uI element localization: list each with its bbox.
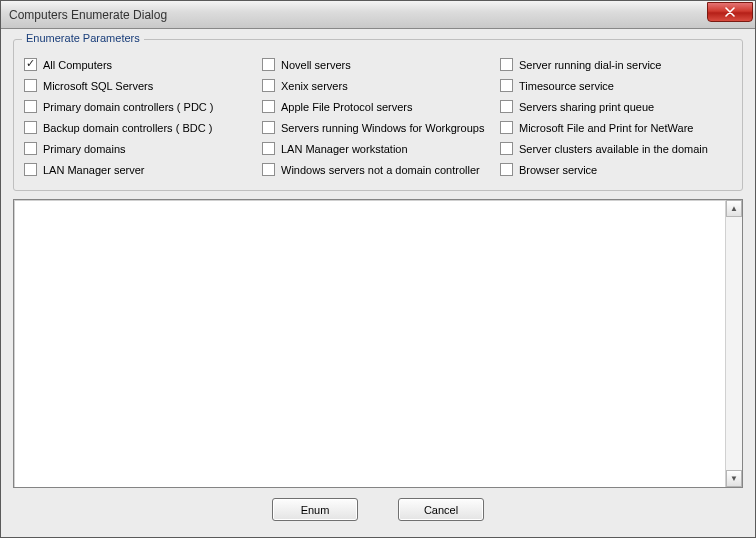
- checkbox-label: LAN Manager server: [43, 164, 145, 176]
- checkbox-server-clusters[interactable]: Server clusters available in the domain: [500, 138, 732, 159]
- checkbox-input[interactable]: [262, 163, 275, 176]
- checkbox-primary-domains[interactable]: Primary domains: [24, 138, 256, 159]
- checkbox-label: Server running dial-in service: [519, 59, 661, 71]
- checkbox-label: Server clusters available in the domain: [519, 143, 708, 155]
- checkbox-input[interactable]: [500, 142, 513, 155]
- checkbox-input[interactable]: [24, 79, 37, 92]
- checkbox-input[interactable]: [24, 100, 37, 113]
- enumerate-parameters-group: Enumerate Parameters All Computers Micro…: [13, 39, 743, 191]
- checkbox-input[interactable]: [262, 142, 275, 155]
- checkbox-label: Browser service: [519, 164, 597, 176]
- checkbox-timesource-service[interactable]: Timesource service: [500, 75, 732, 96]
- checkbox-label: Xenix servers: [281, 80, 348, 92]
- checkbox-all-computers[interactable]: All Computers: [24, 54, 256, 75]
- checkbox-input[interactable]: [500, 100, 513, 113]
- checkbox-label: Timesource service: [519, 80, 614, 92]
- checkbox-input[interactable]: [24, 58, 37, 71]
- checkbox-input[interactable]: [500, 121, 513, 134]
- checkbox-label: All Computers: [43, 59, 112, 71]
- checkbox-label: Primary domains: [43, 143, 126, 155]
- titlebar: Computers Enumerate Dialog: [1, 1, 755, 29]
- scroll-up-button[interactable]: ▲: [726, 200, 742, 217]
- chevron-down-icon: ▼: [730, 474, 738, 483]
- vertical-scrollbar[interactable]: ▲ ▼: [725, 200, 742, 487]
- checkbox-browser-service[interactable]: Browser service: [500, 159, 732, 180]
- checkbox-label: Novell servers: [281, 59, 351, 71]
- dialog-window: Computers Enumerate Dialog Enumerate Par…: [0, 0, 756, 538]
- checkbox-input[interactable]: [500, 163, 513, 176]
- checkbox-xenix-servers[interactable]: Xenix servers: [262, 75, 494, 96]
- groupbox-legend: Enumerate Parameters: [22, 32, 144, 44]
- checkbox-afp-servers[interactable]: Apple File Protocol servers: [262, 96, 494, 117]
- checkbox-ms-file-print-netware[interactable]: Microsoft File and Print for NetWare: [500, 117, 732, 138]
- checkbox-lan-manager-server[interactable]: LAN Manager server: [24, 159, 256, 180]
- checkbox-input[interactable]: [262, 79, 275, 92]
- chevron-up-icon: ▲: [730, 204, 738, 213]
- checkbox-pdc[interactable]: Primary domain controllers ( PDC ): [24, 96, 256, 117]
- checkbox-bdc[interactable]: Backup domain controllers ( BDC ): [24, 117, 256, 138]
- param-column-3: Server running dial-in service Timesourc…: [500, 54, 732, 180]
- checkbox-label: Microsoft File and Print for NetWare: [519, 122, 693, 134]
- param-column-2: Novell servers Xenix servers Apple File …: [262, 54, 494, 180]
- parameters-grid: All Computers Microsoft SQL Servers Prim…: [24, 54, 732, 180]
- enum-button[interactable]: Enum: [272, 498, 358, 521]
- window-title: Computers Enumerate Dialog: [9, 8, 167, 22]
- checkbox-label: Servers running Windows for Workgroups: [281, 122, 484, 134]
- checkbox-input[interactable]: [262, 121, 275, 134]
- checkbox-input[interactable]: [500, 79, 513, 92]
- checkbox-label: LAN Manager workstation: [281, 143, 408, 155]
- checkbox-input[interactable]: [24, 121, 37, 134]
- checkbox-label: Apple File Protocol servers: [281, 101, 412, 113]
- checkbox-label: Backup domain controllers ( BDC ): [43, 122, 212, 134]
- checkbox-input[interactable]: [24, 163, 37, 176]
- checkbox-label: Servers sharing print queue: [519, 101, 654, 113]
- checkbox-label: Microsoft SQL Servers: [43, 80, 153, 92]
- client-area: Enumerate Parameters All Computers Micro…: [1, 29, 755, 537]
- checkbox-label: Primary domain controllers ( PDC ): [43, 101, 214, 113]
- param-column-1: All Computers Microsoft SQL Servers Prim…: [24, 54, 256, 180]
- checkbox-input[interactable]: [500, 58, 513, 71]
- checkbox-print-queue[interactable]: Servers sharing print queue: [500, 96, 732, 117]
- checkbox-input[interactable]: [24, 142, 37, 155]
- checkbox-wfw-servers[interactable]: Servers running Windows for Workgroups: [262, 117, 494, 138]
- checkbox-label: Windows servers not a domain controller: [281, 164, 480, 176]
- checkbox-dialin-service[interactable]: Server running dial-in service: [500, 54, 732, 75]
- checkbox-input[interactable]: [262, 58, 275, 71]
- checkbox-novell-servers[interactable]: Novell servers: [262, 54, 494, 75]
- scroll-down-button[interactable]: ▼: [726, 470, 742, 487]
- button-bar: Enum Cancel: [13, 488, 743, 525]
- checkbox-input[interactable]: [262, 100, 275, 113]
- cancel-button[interactable]: Cancel: [398, 498, 484, 521]
- close-button[interactable]: [707, 2, 753, 22]
- close-icon: [725, 7, 735, 17]
- checkbox-windows-not-dc[interactable]: Windows servers not a domain controller: [262, 159, 494, 180]
- results-list[interactable]: ▲ ▼: [13, 199, 743, 488]
- checkbox-lan-manager-workstation[interactable]: LAN Manager workstation: [262, 138, 494, 159]
- scroll-track[interactable]: [726, 217, 742, 470]
- checkbox-mssql-servers[interactable]: Microsoft SQL Servers: [24, 75, 256, 96]
